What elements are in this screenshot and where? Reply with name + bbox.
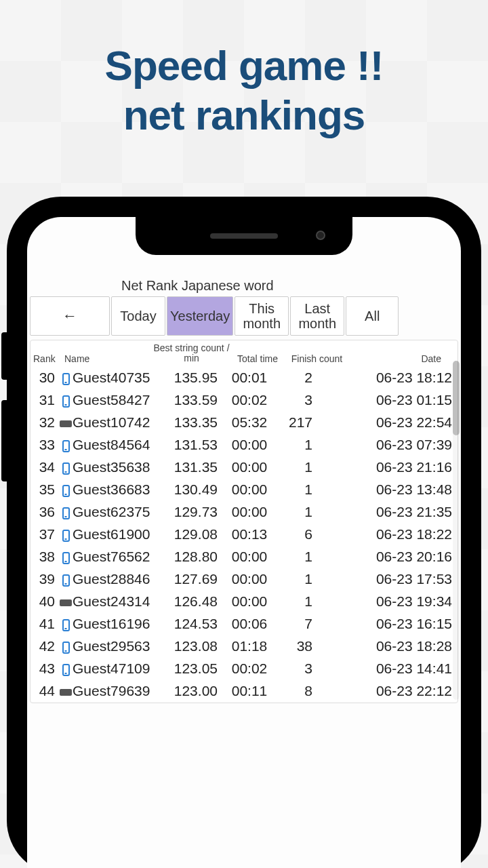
tab-last-month[interactable]: Last month xyxy=(290,296,344,336)
col-rank: Rank xyxy=(30,353,64,364)
table-row[interactable]: 38Guest76562128.8000:00106-23 20:16 xyxy=(30,546,458,568)
table-row[interactable]: 35Guest36683130.4900:00106-23 13:48 xyxy=(30,479,458,501)
phone-icon xyxy=(62,574,70,587)
cell-name: Guest40735 xyxy=(73,370,162,386)
cell-date: 06-23 18:28 xyxy=(317,638,458,654)
cell-best: 127.69 xyxy=(162,571,222,587)
cell-best: 131.53 xyxy=(162,437,222,453)
cell-name: Guest58427 xyxy=(73,392,162,408)
cell-finish: 217 xyxy=(277,414,317,431)
cell-device-icon xyxy=(59,370,73,386)
scrollbar-thumb[interactable] xyxy=(453,361,460,435)
table-row[interactable]: 41Guest16196124.5300:06706-23 16:15 xyxy=(30,613,458,635)
cell-date: 06-23 18:22 xyxy=(317,526,458,542)
headline-line2: net rankings xyxy=(0,90,488,140)
phone-icon xyxy=(62,530,70,542)
cell-date: 06-23 17:53 xyxy=(317,571,458,587)
cell-finish: 38 xyxy=(277,638,317,654)
page-headline: Speed game !! net rankings xyxy=(0,0,488,140)
tab-yesterday[interactable]: Yesterday xyxy=(167,296,233,336)
phone-icon xyxy=(62,373,70,385)
table-body[interactable]: 30Guest40735135.9500:01206-23 18:1231Gue… xyxy=(30,367,458,703)
cell-name: Guest76562 xyxy=(73,549,162,565)
cell-rank: 37 xyxy=(30,526,59,542)
table-row[interactable]: 39Guest28846127.6900:00106-23 17:53 xyxy=(30,568,458,591)
cell-total: 00:00 xyxy=(222,571,277,587)
keyboard-icon xyxy=(60,420,72,427)
cell-best: 130.49 xyxy=(162,481,222,498)
cell-device-icon xyxy=(59,414,73,431)
cell-best: 123.08 xyxy=(162,638,222,654)
cell-date: 06-23 21:16 xyxy=(317,459,458,475)
table-row[interactable]: 37Guest61900129.0800:13606-23 18:22 xyxy=(30,524,458,546)
tab-today[interactable]: Today xyxy=(111,296,165,336)
cell-device-icon xyxy=(59,437,73,453)
table-row[interactable]: 44Guest79639123.0000:11806-23 22:12 xyxy=(30,680,458,703)
cell-total: 00:01 xyxy=(222,370,277,386)
cell-total: 00:00 xyxy=(222,549,277,565)
cell-total: 00:06 xyxy=(222,616,277,632)
cell-date: 06-23 14:41 xyxy=(317,660,458,677)
cell-total: 01:18 xyxy=(222,638,277,654)
cell-date: 06-23 16:15 xyxy=(317,616,458,632)
table-row[interactable]: 42Guest29563123.0801:183806-23 18:28 xyxy=(30,635,458,658)
cell-rank: 35 xyxy=(30,481,59,498)
cell-best: 129.73 xyxy=(162,504,222,520)
cell-date: 06-23 22:54 xyxy=(317,414,458,431)
cell-total: 00:00 xyxy=(222,504,277,520)
phone-side-button xyxy=(1,332,7,380)
cell-rank: 33 xyxy=(30,437,59,453)
cell-finish: 1 xyxy=(277,459,317,475)
cell-name: Guest35638 xyxy=(73,459,162,475)
cell-finish: 1 xyxy=(277,549,317,565)
back-button[interactable]: ← xyxy=(30,296,110,336)
table-row[interactable]: 33Guest84564131.5300:00106-23 07:39 xyxy=(30,434,458,456)
phone-frame: Net Rank Japanese word ← Today Yesterday… xyxy=(7,197,481,868)
table-row[interactable]: 30Guest40735135.9500:01206-23 18:12 xyxy=(30,367,458,389)
cell-finish: 1 xyxy=(277,481,317,498)
cell-rank: 40 xyxy=(30,593,59,610)
scrollbar[interactable] xyxy=(453,361,460,700)
cell-finish: 3 xyxy=(277,392,317,408)
phone-icon xyxy=(62,507,70,519)
table-row[interactable]: 32Guest10742133.3505:3221706-23 22:54 xyxy=(30,412,458,434)
cell-device-icon xyxy=(59,459,73,475)
cell-finish: 1 xyxy=(277,504,317,520)
cell-device-icon xyxy=(59,660,73,677)
keyboard-icon xyxy=(60,689,72,696)
col-date: Date xyxy=(349,353,458,364)
tab-this-month[interactable]: This month xyxy=(235,296,289,336)
cell-date: 06-23 19:34 xyxy=(317,593,458,610)
phone-volume-button xyxy=(1,400,7,481)
table-row[interactable]: 34Guest35638131.3500:00106-23 21:16 xyxy=(30,456,458,479)
phone-icon xyxy=(62,552,70,564)
table-row[interactable]: 40Guest24314126.4800:00106-23 19:34 xyxy=(30,591,458,613)
cell-date: 06-23 13:48 xyxy=(317,481,458,498)
camera-icon xyxy=(316,231,325,240)
cell-name: Guest62375 xyxy=(73,504,162,520)
cell-total: 00:00 xyxy=(222,437,277,453)
cell-name: Guest29563 xyxy=(73,638,162,654)
table-row[interactable]: 43Guest47109123.0500:02306-23 14:41 xyxy=(30,658,458,680)
cell-best: 135.95 xyxy=(162,370,222,386)
cell-best: 128.80 xyxy=(162,549,222,565)
table-row[interactable]: 36Guest62375129.7300:00106-23 21:35 xyxy=(30,501,458,524)
cell-date: 06-23 22:12 xyxy=(317,683,458,699)
tab-all[interactable]: All xyxy=(346,296,399,336)
table-row[interactable]: 31Guest58427133.5900:02306-23 01:15 xyxy=(30,389,458,412)
cell-finish: 1 xyxy=(277,571,317,587)
phone-icon xyxy=(62,440,70,452)
cell-total: 00:13 xyxy=(222,526,277,542)
cell-total: 00:11 xyxy=(222,683,277,699)
headline-line1: Speed game !! xyxy=(0,41,488,90)
speaker-icon xyxy=(210,233,278,239)
cell-best: 129.08 xyxy=(162,526,222,542)
cell-name: Guest79639 xyxy=(73,683,162,699)
keyboard-icon xyxy=(60,599,72,606)
cell-best: 124.53 xyxy=(162,616,222,632)
cell-rank: 32 xyxy=(30,414,59,431)
cell-rank: 43 xyxy=(30,660,59,677)
cell-best: 123.00 xyxy=(162,683,222,699)
cell-name: Guest47109 xyxy=(73,660,162,677)
phone-screen: Net Rank Japanese word ← Today Yesterday… xyxy=(27,217,461,868)
